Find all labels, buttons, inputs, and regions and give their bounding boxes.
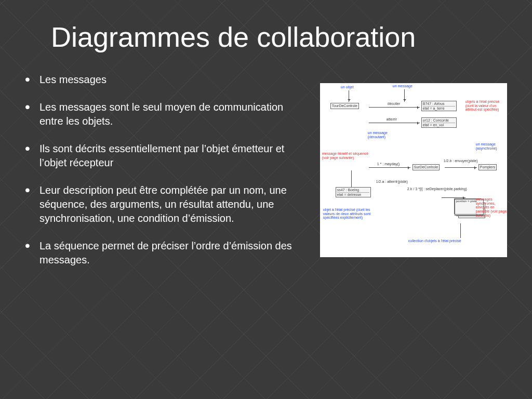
text-column: Les messages Les messages sont le seul m… [25,73,310,281]
list-item: Les messages [25,73,310,87]
diagram-box: TourDeControle [330,103,359,109]
diagram-label: messages synchrones, envoyés en parallèl… [476,197,509,217]
diagram-label: objet à l'état précisé (dont les valeurs… [323,208,380,220]
slide: Diagrammes de collaboration Les messages… [0,0,532,399]
diagram-label: message itératif et séquencé (voir page … [322,152,369,159]
diagram-box-title: ss47 : Boeing [337,188,369,192]
collaboration-diagram: un objet un message TourDeControle B747 … [320,83,507,257]
arrow-icon [369,167,410,168]
diagram-label: un message [393,84,413,88]
diagram-box-title: B747 : Airbus [423,102,455,106]
diagram-box: ss47 : Boeing etat = detresse [336,187,371,197]
edge-label: décoller [388,102,401,106]
arrow-icon [404,89,405,102]
list-item: Les messages sont le seul moyen de commu… [25,100,310,128]
diagram-label: un message (déroutant) [368,131,404,139]
diagram-label: un objet [341,85,354,89]
arrow-icon [442,197,466,198]
arrow-icon [445,167,477,168]
arrow-icon [369,123,420,123]
page-title: Diagrammes de collaboration [51,21,507,53]
slide-body: Les messages Les messages sont le seul m… [25,73,507,281]
diagram-box: B747 : Airbus etat = a_terre [421,101,457,111]
connector-line [351,170,352,187]
diagram-box: Pompiers [478,164,497,170]
diagram-box-attr: etat = detresse [337,192,369,197]
list-item: La séquence permet de préciser l’ordre… [25,239,310,267]
arrow-icon [349,90,349,102]
diagram-box: SurDeControle [413,164,440,170]
list-item: Leur description peut être complétée … [25,183,310,225]
edge-label: 1 * : mayday() [377,162,400,166]
bullet-list: Les messages Les messages sont le seul m… [25,73,310,267]
connector-line [460,223,461,238]
diagram-label: objets à l'état précisé (dont la valeur … [466,100,508,112]
list-item: Ils sont décrits essentiellement par l’… [25,142,310,170]
arrow-icon [369,107,420,108]
diagram-box-attr: etat = en_vol [423,123,455,127]
diagram-box-title: or12 : Concorde [423,118,455,123]
edge-label: 2.b / 3 *[i] : seDeplacer(piste.parking) [407,187,475,191]
edge-label: 1/2.a : atterrir(piste) [376,180,408,184]
diagram-box-attr: etat = a_terre [423,106,455,111]
edge-label: atterrir [387,117,397,122]
edge-label: 1/2.b : envoyer(piste) [444,159,478,163]
diagram-label: collection d'objets à l'état précisé [408,239,491,243]
diagram-label: un message (asynchrone) [476,142,507,150]
diagram-box: or12 : Concorde etat = en_vol [421,117,457,128]
